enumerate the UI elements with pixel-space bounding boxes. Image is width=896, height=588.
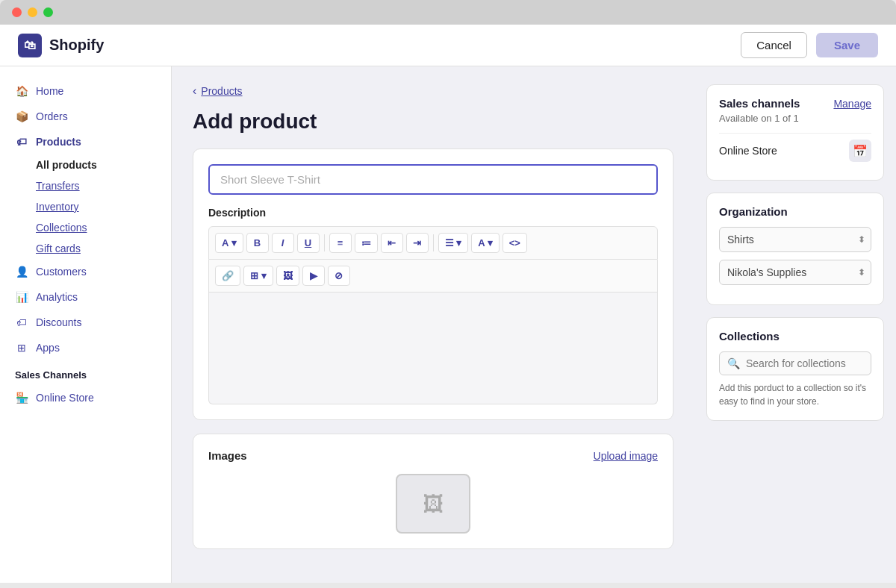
vendor-select[interactable]: Nikola's Supplies Other Vendor — [719, 260, 871, 285]
cancel-button[interactable]: Cancel — [741, 32, 807, 58]
toolbar-video-btn[interactable]: ▶ — [302, 266, 325, 286]
discounts-icon: 🏷 — [15, 316, 28, 329]
sidebar-sub-inventory[interactable]: Inventory — [0, 196, 171, 217]
organization-card: Organization Shirts Pants Accessories ⬍ … — [706, 193, 884, 305]
brand-name: Shopify — [49, 37, 104, 54]
sales-channel-name: Online Store — [719, 145, 777, 157]
organization-title: Organization — [719, 205, 871, 218]
page-title: Add product — [193, 110, 673, 134]
editor-toolbar-row1: A ▾ B I U ≡ ≔ ⇤ ⇥ ☰ ▾ A ▾ <> — [208, 226, 658, 260]
sidebar: 🏠 Home 📦 Orders 🏷 Products All products … — [0, 66, 172, 583]
sidebar-sub-all-products[interactable]: All products — [0, 154, 171, 175]
collections-title: Collections — [719, 330, 871, 343]
analytics-icon: 📊 — [15, 290, 28, 304]
toolbar-table-btn[interactable]: ⊞ ▾ — [243, 266, 273, 286]
sidebar-label-discounts: Discounts — [36, 316, 81, 328]
breadcrumb-link[interactable]: Products — [201, 85, 242, 97]
upload-image-link[interactable]: Upload image — [594, 450, 658, 462]
toolbar-image-btn[interactable]: 🖼 — [276, 266, 299, 286]
toolbar-italic-btn[interactable]: I — [272, 233, 294, 253]
collections-search: 🔍 — [719, 351, 871, 375]
topbar: 🛍 Shopify Cancel Save — [0, 25, 896, 66]
topbar-actions: Cancel Save — [741, 32, 878, 58]
sidebar-label-home: Home — [36, 85, 63, 97]
sidebar-item-home[interactable]: 🏠 Home — [0, 78, 171, 104]
images-label: Images — [208, 449, 247, 462]
breadcrumb[interactable]: ‹ Products — [193, 84, 673, 98]
sidebar-item-discounts[interactable]: 🏷 Discounts — [0, 310, 171, 335]
sidebar-label-orders: Orders — [36, 110, 68, 122]
toolbar-bullet-list-btn[interactable]: ≡ — [329, 233, 352, 253]
toolbar-link-btn[interactable]: 🔗 — [215, 266, 240, 286]
minimize-btn[interactable] — [28, 7, 37, 17]
manage-link[interactable]: Manage — [833, 98, 871, 110]
right-sidebar: Sales channels Manage Available on 1 of … — [694, 66, 896, 583]
sidebar-item-products[interactable]: 🏷 Products — [0, 129, 171, 154]
toolbar-code-btn[interactable]: <> — [503, 233, 527, 253]
sidebar-sub-gift-cards[interactable]: Gift cards — [0, 238, 171, 259]
collections-hint: Add this porduct to a collection so it's… — [719, 381, 871, 408]
collections-card: Collections 🔍 Add this porduct to a coll… — [706, 317, 884, 421]
collections-search-icon: 🔍 — [727, 357, 740, 369]
collections-search-input[interactable] — [746, 357, 877, 369]
toolbar-numbered-list-btn[interactable]: ≔ — [355, 233, 378, 253]
images-card: Images Upload image 🖼 — [193, 434, 673, 549]
sidebar-item-online-store[interactable]: 🏪 Online Store — [0, 385, 171, 410]
sales-channel-row: Online Store 📅 — [719, 133, 871, 168]
store-icon: 🏪 — [15, 391, 28, 404]
sales-channels-card: Sales channels Manage Available on 1 of … — [706, 84, 884, 181]
type-select[interactable]: Shirts Pants Accessories — [719, 227, 871, 252]
editor-body[interactable] — [208, 293, 658, 404]
toolbar-text-color-btn[interactable]: A ▾ — [471, 233, 500, 253]
shopify-logo-icon: 🛍 — [18, 34, 42, 57]
sidebar-label-apps: Apps — [36, 342, 60, 354]
orders-icon: 📦 — [15, 110, 28, 123]
products-icon: 🏷 — [15, 135, 28, 148]
sidebar-item-apps[interactable]: ⊞ Apps — [0, 335, 171, 360]
editor-toolbar-row2: 🔗 ⊞ ▾ 🖼 ▶ ⊘ — [208, 260, 658, 293]
toolbar-clear-btn[interactable]: ⊘ — [328, 266, 350, 286]
sales-channels-title: Sales channels — [719, 97, 800, 110]
sales-channels-header: Sales channels Manage — [719, 97, 871, 110]
sidebar-sub-transfers[interactable]: Transfers — [0, 175, 171, 196]
toolbar-underline-btn[interactable]: U — [297, 233, 320, 253]
sales-channels-section-label: Sales Channels — [0, 360, 171, 385]
toolbar-indent-right-btn[interactable]: ⇥ — [406, 233, 429, 253]
calendar-icon-btn[interactable]: 📅 — [849, 140, 871, 162]
sidebar-label-online-store: Online Store — [36, 392, 94, 404]
sidebar-sub-collections[interactable]: Collections — [0, 217, 171, 238]
breadcrumb-arrow-icon: ‹ — [193, 84, 196, 98]
vendor-select-wrapper: Nikola's Supplies Other Vendor ⬍ — [719, 260, 871, 285]
maximize-btn[interactable] — [43, 7, 53, 17]
sidebar-label-analytics: Analytics — [36, 291, 78, 303]
image-placeholder: 🖼 — [396, 474, 470, 534]
images-header: Images Upload image — [208, 449, 658, 462]
save-button[interactable]: Save — [816, 33, 878, 57]
sidebar-item-orders[interactable]: 📦 Orders — [0, 104, 171, 129]
home-icon: 🏠 — [15, 84, 28, 98]
logo: 🛍 Shopify — [18, 34, 104, 57]
type-select-wrapper: Shirts Pants Accessories ⬍ — [719, 227, 871, 252]
customers-icon: 👤 — [15, 265, 28, 278]
app-body: 🏠 Home 📦 Orders 🏷 Products All products … — [0, 66, 896, 583]
toolbar-align-btn[interactable]: ☰ ▾ — [438, 233, 469, 253]
sidebar-label-customers: Customers — [36, 266, 87, 278]
toolbar-bold-btn[interactable]: B — [246, 233, 269, 253]
main-content: ‹ Products Add product Description A ▾ B… — [172, 66, 694, 583]
description-label: Description — [208, 207, 658, 219]
sales-channels-subtitle: Available on 1 of 1 — [719, 113, 871, 124]
apps-icon: ⊞ — [15, 341, 28, 354]
toolbar-font-btn[interactable]: A ▾ — [215, 233, 243, 253]
toolbar-indent-left-btn[interactable]: ⇤ — [381, 233, 403, 253]
image-placeholder-icon: 🖼 — [423, 492, 444, 516]
sidebar-item-customers[interactable]: 👤 Customers — [0, 259, 171, 284]
product-name-input[interactable] — [208, 164, 658, 195]
window-chrome — [0, 0, 896, 25]
sidebar-label-products: Products — [36, 136, 81, 148]
close-btn[interactable] — [12, 7, 22, 17]
product-name-card: Description A ▾ B I U ≡ ≔ ⇤ ⇥ ☰ ▾ A ▾ <>… — [193, 148, 673, 420]
sidebar-item-analytics[interactable]: 📊 Analytics — [0, 284, 171, 310]
